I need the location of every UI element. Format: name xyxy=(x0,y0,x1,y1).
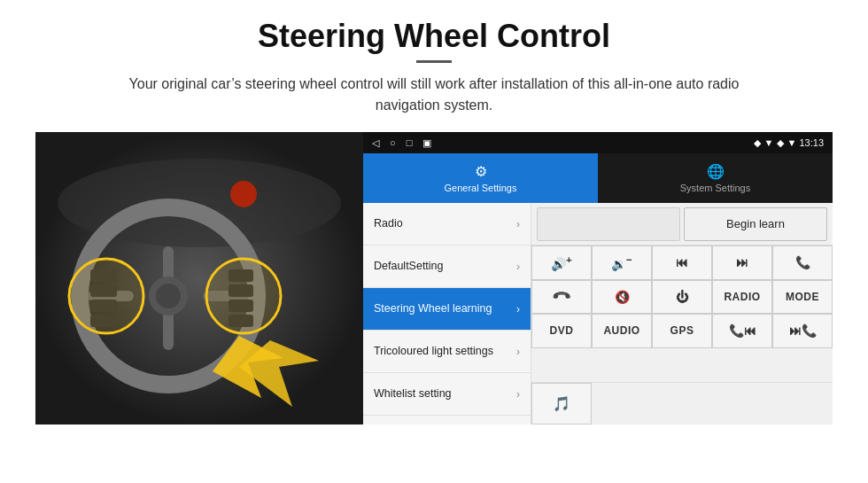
phone-button[interactable]: 📞 xyxy=(772,245,833,280)
next-track-icon: ⏭ xyxy=(736,255,748,269)
gps-button[interactable]: GPS xyxy=(652,314,712,348)
vol-up-icon: 🔊+ xyxy=(551,253,572,271)
recents-icon: □ xyxy=(407,137,413,148)
tab-bar: ⚙ General Settings 🌐 System Settings xyxy=(363,153,833,203)
tel-next-icon: ⏭📞 xyxy=(789,323,817,338)
power-button[interactable]: ⏻ xyxy=(652,280,712,315)
menu-area: Radio › DefaultSetting › Steering Wheel … xyxy=(363,203,833,425)
title-divider xyxy=(416,60,452,63)
audio-button[interactable]: AUDIO xyxy=(592,314,652,348)
media-icon-button[interactable]: 🎵 xyxy=(531,383,592,425)
dvd-label: DVD xyxy=(550,324,574,337)
title-section: Steering Wheel Control Your original car… xyxy=(35,18,833,116)
chevron-icon-whitelist: › xyxy=(516,388,520,401)
begin-learn-button[interactable]: Begin learn xyxy=(684,207,827,241)
vol-up-button[interactable]: 🔊+ xyxy=(531,245,592,280)
gps-label: GPS xyxy=(670,324,694,337)
mode-label: MODE xyxy=(786,291,819,303)
mode-button[interactable]: MODE xyxy=(772,280,833,315)
tel-prev-button[interactable]: 📞⏮ xyxy=(712,314,772,348)
page-container: Steering Wheel Control Your original car… xyxy=(0,0,868,433)
menu-radio-label: Radio xyxy=(374,216,403,230)
phone-icon: 📞 xyxy=(795,255,810,269)
vol-down-button[interactable]: 🔉− xyxy=(592,245,652,280)
svg-point-9 xyxy=(156,284,181,308)
home-icon: ○ xyxy=(390,137,396,148)
menu-item-default-setting[interactable]: DefaultSetting › xyxy=(363,245,531,288)
general-settings-icon: ⚙ xyxy=(475,163,487,180)
back-icon: ◁ xyxy=(372,137,379,149)
learn-row: Begin learn xyxy=(531,203,833,245)
chevron-icon-steering: › xyxy=(516,303,520,316)
page-title: Steering Wheel Control xyxy=(35,18,833,55)
tab-general-label: General Settings xyxy=(445,183,517,193)
menu-default-label: DefaultSetting xyxy=(374,259,444,273)
time-display: ◆ ▼ 13:13 xyxy=(777,137,824,149)
mute-icon: 🔇 xyxy=(615,290,630,304)
tel-prev-icon: 📞⏮ xyxy=(729,323,756,338)
radio-label: RADIO xyxy=(724,291,760,303)
android-ui: ◁ ○ □ ▣ ◆ ▼ ◆ ▼ 13:13 ⚙ General Settings xyxy=(363,132,833,425)
empty-input-box xyxy=(537,207,680,241)
wifi-icon: ▼ xyxy=(764,137,774,148)
dvd-button[interactable]: DVD xyxy=(531,314,592,348)
svg-point-19 xyxy=(206,259,281,333)
next-track-button[interactable]: ⏭ xyxy=(712,245,772,280)
screenshot-icon: ▣ xyxy=(422,137,431,149)
menu-tricoloured-label: Tricoloured light settings xyxy=(374,344,493,358)
content-area: ◁ ○ □ ▣ ◆ ▼ ◆ ▼ 13:13 ⚙ General Settings xyxy=(35,132,833,425)
prev-track-button[interactable]: ⏮ xyxy=(652,245,712,280)
system-status-icons: ◆ ▼ ◆ ▼ 13:13 xyxy=(754,137,824,149)
menu-item-tricoloured[interactable]: Tricoloured light settings › xyxy=(363,331,531,373)
controls-grid: 🔊+ 🔉− ⏮ ⏭ 📞 xyxy=(531,245,833,382)
power-icon: ⏻ xyxy=(676,290,688,304)
chevron-icon-radio: › xyxy=(516,218,520,230)
menu-item-radio[interactable]: Radio › xyxy=(363,203,531,245)
tel-next-button[interactable]: ⏭📞 xyxy=(772,314,833,348)
mute-button[interactable]: 🔇 xyxy=(592,280,652,315)
system-settings-icon: 🌐 xyxy=(707,163,725,180)
tab-system-label: System Settings xyxy=(680,183,750,193)
subtitle: Your original car’s steering wheel contr… xyxy=(97,74,771,116)
tab-system-settings[interactable]: 🌐 System Settings xyxy=(598,153,833,203)
steering-wheel-photo xyxy=(35,132,363,425)
hangup-icon: 📞 xyxy=(551,286,571,307)
menu-item-steering-wheel[interactable]: Steering Wheel learning › xyxy=(363,288,531,331)
radio-button[interactable]: RADIO xyxy=(712,280,772,315)
tab-general-settings[interactable]: ⚙ General Settings xyxy=(363,153,598,203)
media-icon: 🎵 xyxy=(553,395,570,412)
settings-menu: Radio › DefaultSetting › Steering Wheel … xyxy=(363,203,531,425)
vol-down-icon: 🔉− xyxy=(611,253,632,271)
menu-item-whitelist[interactable]: Whitelist setting › xyxy=(363,373,531,416)
audio-label: AUDIO xyxy=(603,324,639,337)
svg-point-18 xyxy=(69,259,143,333)
hangup-button[interactable]: 📞 xyxy=(531,280,592,315)
status-bar: ◁ ○ □ ▣ ◆ ▼ ◆ ▼ 13:13 xyxy=(363,132,833,153)
prev-track-icon: ⏮ xyxy=(676,255,688,269)
control-panel: Begin learn 🔊+ 🔉− ⏮ xyxy=(531,203,833,425)
svg-point-2 xyxy=(230,181,257,207)
chevron-icon-default: › xyxy=(516,261,520,273)
location-icon: ◆ xyxy=(754,137,761,149)
last-row: 🎵 xyxy=(531,382,833,425)
menu-steering-label: Steering Wheel learning xyxy=(374,301,492,316)
menu-whitelist-label: Whitelist setting xyxy=(374,386,452,401)
nav-icons: ◁ ○ □ ▣ xyxy=(372,137,431,149)
chevron-icon-tricoloured: › xyxy=(516,346,520,358)
